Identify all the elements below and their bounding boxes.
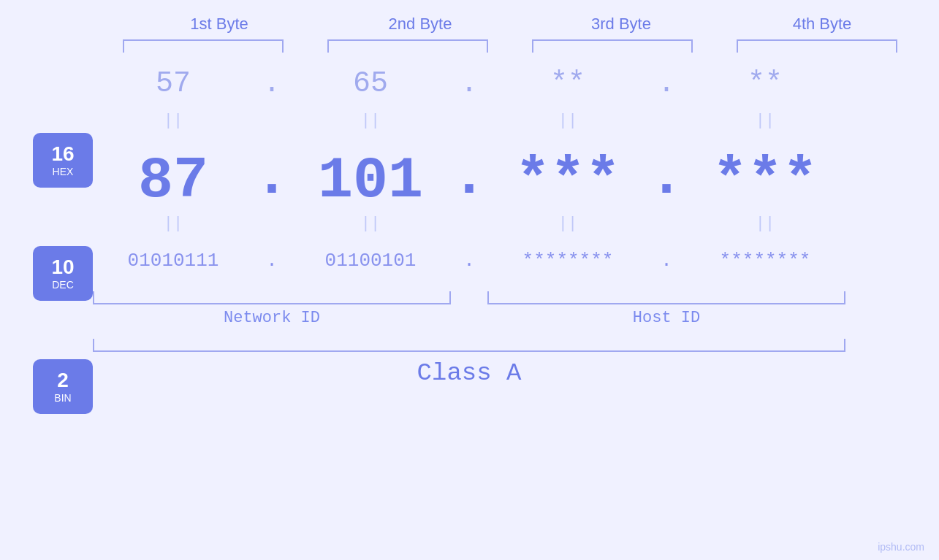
hex-b1: 57: [93, 67, 254, 100]
eq1-b2: ||: [290, 112, 451, 130]
bracket-b3: [532, 39, 693, 53]
dec-b4: ***: [685, 152, 845, 210]
network-id-bracket: [93, 291, 451, 304]
dec-b1: 87: [93, 152, 254, 210]
eq2-b1: ||: [93, 215, 254, 233]
bin-dot3: .: [648, 250, 685, 272]
hex-dot1: .: [254, 67, 290, 100]
bin-b1: 01010111: [93, 250, 254, 272]
dec-values-row: 87 . 101 . *** . ***: [93, 134, 939, 210]
hex-badge: 16 HEX: [33, 133, 93, 188]
bracket-b4: [737, 39, 897, 53]
dec-dot1: .: [254, 144, 290, 210]
bin-badge: 2 BIN: [33, 359, 93, 414]
dec-badge-wrapper: 10 DEC: [33, 217, 93, 330]
bin-b2: 01100101: [290, 250, 451, 272]
eq1-b4: ||: [685, 112, 845, 130]
bin-values-row: 01010111 . 01100101 . ******** . *******…: [93, 237, 939, 284]
id-labels-row: Network ID Host ID: [93, 309, 939, 327]
byte3-header: 3rd Byte: [541, 15, 702, 34]
bin-label: BIN: [54, 392, 71, 404]
dec-badge: 10 DEC: [33, 246, 93, 301]
hex-badge-wrapper: 16 HEX: [33, 104, 93, 217]
hex-label: HEX: [53, 166, 74, 177]
bin-dot2: .: [451, 250, 487, 272]
byte-headers-row: 1st Byte 2nd Byte 3rd Byte 4th Byte: [119, 0, 923, 34]
eq-row-1: || || || ||: [93, 107, 939, 134]
bin-badge-wrapper: 2 BIN: [33, 330, 93, 443]
byte1-header: 1st Byte: [139, 15, 300, 34]
full-layout: 16 HEX 10 DEC 2 BIN 57: [0, 53, 939, 443]
top-brackets: [119, 39, 923, 53]
bin-b3: ********: [487, 250, 648, 272]
byte2-header: 2nd Byte: [340, 15, 501, 34]
bracket-b1: [123, 39, 284, 53]
hex-num: 16: [51, 144, 74, 164]
byte4-header: 4th Byte: [742, 15, 902, 34]
host-id-bracket: [487, 291, 845, 304]
main-container: 1st Byte 2nd Byte 3rd Byte 4th Byte 16 H…: [0, 0, 939, 560]
dec-b3: ***: [487, 152, 648, 210]
bin-num: 2: [57, 370, 69, 391]
bracket-gap: [451, 291, 487, 304]
eq2-b3: ||: [487, 215, 648, 233]
bin-dot1: .: [254, 250, 290, 272]
dec-dot2: .: [451, 144, 487, 210]
class-label: Class A: [93, 359, 845, 387]
eq-row-2: || || || ||: [93, 210, 939, 237]
overall-bracket: [93, 339, 845, 352]
bracket-b2: [327, 39, 488, 53]
hex-b2: 65: [290, 67, 451, 100]
hex-b3: **: [487, 67, 648, 100]
eq1-b3: ||: [487, 112, 648, 130]
host-id-label: Host ID: [487, 309, 845, 327]
bin-b4: ********: [685, 250, 845, 272]
dec-num: 10: [51, 257, 74, 277]
watermark: ipshu.com: [878, 541, 924, 553]
hex-b4: **: [685, 67, 845, 100]
badges-column: 16 HEX 10 DEC 2 BIN: [0, 53, 93, 443]
network-id-label: Network ID: [93, 309, 451, 327]
right-data-area: 57 . 65 . ** . ** || || || || 87: [93, 53, 939, 443]
eq2-b4: ||: [685, 215, 845, 233]
hex-dot3: .: [648, 67, 685, 100]
bottom-brackets-row: [93, 291, 939, 304]
dec-b2: 101: [290, 152, 451, 210]
eq1-b1: ||: [93, 112, 254, 130]
dec-label: DEC: [52, 279, 74, 291]
eq2-b2: ||: [290, 215, 451, 233]
dec-dot3: .: [648, 144, 685, 210]
hex-dot2: .: [451, 67, 487, 100]
hex-values-row: 57 . 65 . ** . **: [93, 60, 939, 107]
